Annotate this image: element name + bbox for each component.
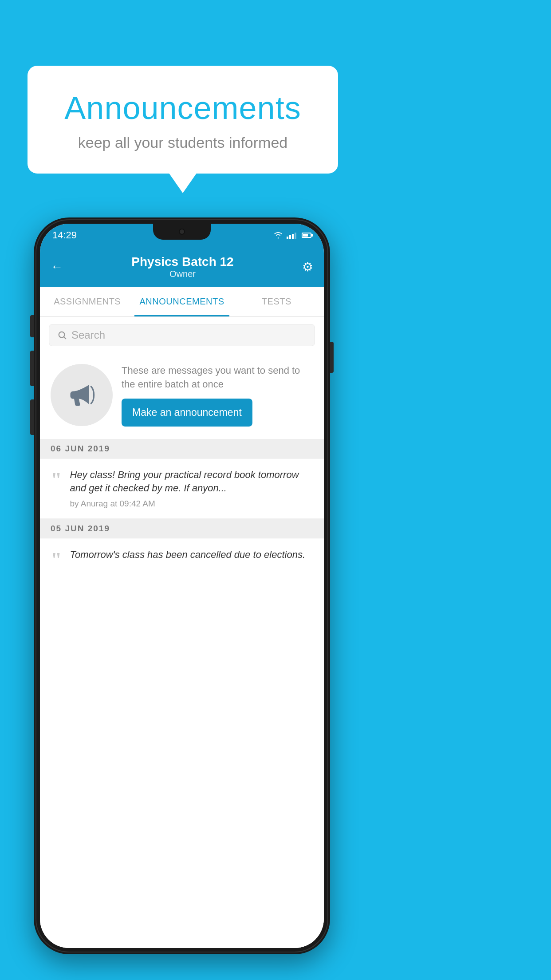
phone-body: 14:29 — [34, 217, 330, 954]
announcement-meta-1: by Anurag at 09:42 AM — [70, 499, 313, 509]
speech-bubble-wrapper: Announcements keep all your students inf… — [28, 66, 338, 174]
side-button-left-1 — [30, 315, 34, 337]
back-button[interactable]: ← — [51, 260, 63, 274]
tabs-bar: ASSIGNMENTS ANNOUNCEMENTS TESTS — [40, 287, 324, 317]
make-announcement-button[interactable]: Make an announcement — [122, 399, 252, 427]
settings-icon[interactable]: ⚙ — [302, 260, 313, 274]
megaphone-icon — [67, 380, 97, 410]
announcement-content-2: Tomorrow's class has been cancelled due … — [70, 548, 313, 565]
header-title-group: Physics Batch 12 Owner — [131, 255, 233, 279]
announce-promo: These are messages you want to send to t… — [40, 353, 324, 439]
announce-description: These are messages you want to send to t… — [122, 364, 313, 391]
front-camera — [179, 229, 185, 235]
status-time: 14:29 — [52, 229, 77, 241]
announcement-item-2[interactable]: " Tomorrow's class has been cancelled du… — [40, 538, 324, 575]
tab-assignments[interactable]: ASSIGNMENTS — [40, 287, 134, 316]
page-title: Announcements — [54, 90, 311, 126]
side-button-right — [330, 342, 334, 373]
announce-promo-right: These are messages you want to send to t… — [122, 364, 313, 427]
speech-bubble: Announcements keep all your students inf… — [28, 66, 338, 174]
phone-screen: 14:29 — [40, 224, 324, 948]
search-container: Search — [40, 317, 324, 353]
date-divider-2: 05 JUN 2019 — [40, 519, 324, 538]
quote-mark-2: " — [51, 550, 62, 570]
search-bar[interactable]: Search — [49, 324, 315, 346]
side-button-left-2 — [30, 351, 34, 386]
announcement-icon-circle — [51, 364, 113, 426]
quote-mark-1: " — [51, 470, 62, 490]
side-button-left-3 — [30, 399, 34, 435]
owner-label: Owner — [131, 269, 233, 279]
announcement-text-2: Tomorrow's class has been cancelled due … — [70, 548, 313, 562]
signal-icon — [287, 232, 296, 239]
search-placeholder: Search — [71, 329, 105, 341]
announcement-content-1: Hey class! Bring your practical record b… — [70, 468, 313, 509]
battery-icon — [302, 233, 311, 238]
wifi-icon — [273, 232, 283, 239]
date-divider-1: 06 JUN 2019 — [40, 439, 324, 458]
search-icon — [57, 330, 67, 340]
svg-line-1 — [64, 337, 66, 339]
phone-notch — [153, 224, 211, 240]
tab-tests[interactable]: TESTS — [229, 287, 324, 316]
content-area: Search These are messages you wa — [40, 317, 324, 948]
announcement-item-1[interactable]: " Hey class! Bring your practical record… — [40, 458, 324, 519]
page-subtitle: keep all your students informed — [54, 134, 311, 151]
batch-title: Physics Batch 12 — [131, 255, 233, 269]
phone: 14:29 — [34, 217, 330, 954]
status-icons — [273, 232, 311, 239]
announcement-text-1: Hey class! Bring your practical record b… — [70, 468, 313, 496]
tab-announcements[interactable]: ANNOUNCEMENTS — [134, 287, 229, 316]
app-header: ← Physics Batch 12 Owner ⚙ — [40, 247, 324, 287]
